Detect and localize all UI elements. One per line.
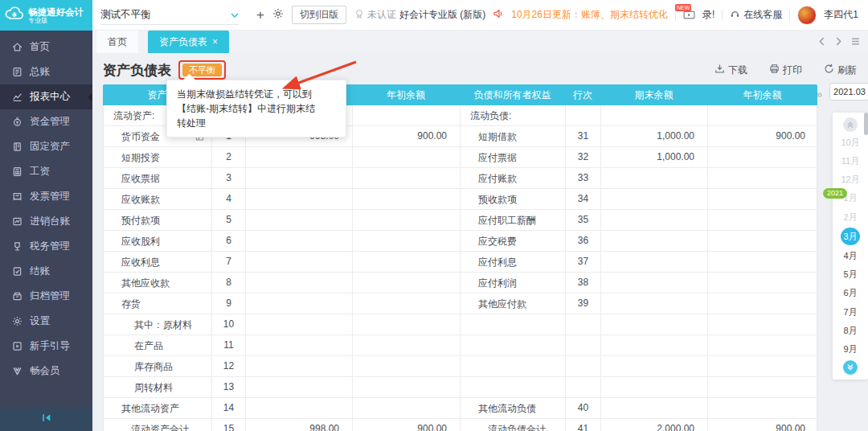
account-settings-button[interactable] [269, 6, 287, 24]
tab-scroll-left-icon[interactable] [817, 35, 826, 49]
sidebar-item-label: 结账 [30, 265, 50, 278]
asset-ending-balance [246, 356, 353, 376]
column-header: 行次 [565, 84, 600, 105]
tab-label: 资产负债表 [159, 35, 207, 49]
online-support-button[interactable]: 在线客服 [730, 8, 782, 22]
month-item-3月[interactable]: 3月 [841, 228, 860, 245]
sidebar-item-invoice-management[interactable]: 发票管理 [0, 184, 92, 209]
liability-ending-balance [601, 377, 708, 397]
tab-home[interactable]: 首页 [96, 31, 138, 53]
avatar[interactable] [797, 6, 817, 25]
certification-status[interactable]: 未认证 好会计专业版 (新版) [354, 8, 485, 22]
switch-old-version-button[interactable]: 切到旧版 [292, 6, 346, 24]
sidebar-item-cash-management[interactable]: 资金管理 [0, 109, 92, 134]
asset-beginning-balance: 900.00 [353, 419, 461, 431]
liability-ending-balance [601, 335, 708, 355]
collapse-sidebar-icon[interactable] [40, 412, 52, 427]
refresh-button[interactable]: 刷新 [824, 64, 857, 77]
month-item-10月[interactable]: 10月 [840, 134, 861, 150]
liability-beginning-balance: 900.00 [708, 419, 818, 431]
months-scroll-down-icon[interactable] [843, 360, 858, 375]
asset-beginning-balance [353, 147, 461, 167]
period-input[interactable]: 2021.03 [829, 83, 868, 101]
liability-item-name [461, 356, 566, 376]
month-item-2月[interactable]: 2月 [840, 209, 861, 225]
print-button[interactable]: 打印 [769, 64, 802, 77]
asset-ending-balance [246, 273, 353, 293]
table-row: 库存商品12 [104, 356, 817, 377]
close-icon[interactable]: × [212, 37, 218, 47]
sidebar-footer [0, 407, 92, 431]
sidebar-item-label: 发票管理 [30, 190, 70, 203]
months-scroll-up-icon[interactable] [843, 117, 858, 132]
sidebar-item-closing[interactable]: 结账 [0, 259, 92, 284]
asset-beginning-balance [353, 335, 461, 355]
plus-icon: + [256, 8, 264, 22]
sidebar-item-home[interactable]: 首页 [0, 35, 92, 60]
liability-item-name: 其他应付款 [461, 293, 566, 314]
announcement-text[interactable]: 10月26日更新：账簿、期末结转优化 [511, 8, 668, 22]
sidebar-item-purchase-sales[interactable]: 进销台账 [0, 209, 92, 234]
sidebar-item-membership[interactable]: 畅会员 [0, 359, 92, 384]
purchase-icon [12, 216, 23, 227]
month-item-7月[interactable]: 7月 [840, 304, 861, 320]
page-scrollbar-thumb[interactable] [864, 113, 868, 135]
sidebar-item-tax-management[interactable]: 税务管理 [0, 234, 92, 259]
liability-line-no: 39 [566, 293, 601, 314]
sidebar-item-settings[interactable]: 设置 [0, 309, 92, 334]
month-item-4月[interactable]: 4月 [840, 248, 861, 265]
month-item-9月[interactable]: 9月 [840, 342, 861, 358]
tab-menu-icon[interactable] [851, 35, 860, 49]
asset-ending-balance [246, 168, 353, 188]
username[interactable]: 李四代1 [824, 8, 858, 22]
product-name: 好会计专业版 (新版) [399, 8, 485, 22]
sidebar-item-salary[interactable]: 工资 [0, 159, 92, 184]
header-more-icon[interactable]: » [816, 86, 822, 102]
video-label[interactable]: 录! [702, 8, 714, 22]
liability-beginning-balance [708, 377, 818, 397]
liability-beginning-balance [708, 293, 818, 314]
table-row: 其他应收款8应付利润38 [104, 273, 817, 293]
liability-line-no [566, 356, 601, 376]
liability-line-no [566, 105, 601, 125]
tab-scroll-right-icon[interactable] [834, 35, 843, 49]
month-item-12月[interactable]: 12月 [840, 172, 861, 188]
action-label: 刷新 [837, 64, 857, 77]
sidebar-item-general-ledger[interactable]: 总账 [0, 60, 92, 84]
home-icon [12, 42, 23, 52]
sidebar-item-beginner-guide[interactable]: 新手引导 [0, 334, 92, 359]
liability-beginning-balance [708, 189, 818, 209]
asset-beginning-balance [353, 168, 461, 188]
asset-item-name: 在产品 [104, 335, 212, 355]
liability-ending-balance: 2,000.00 [601, 419, 708, 431]
liability-item-name: 应交税费 [461, 231, 566, 251]
sidebar-item-fixed-assets[interactable]: 固定资产 [0, 134, 92, 159]
month-item-11月[interactable]: 11月 [840, 153, 861, 169]
asset-beginning-balance [353, 273, 461, 293]
month-item-5月[interactable]: 5月 [840, 267, 861, 283]
table-row: 其他流动资产14其他流动负债40 [104, 398, 817, 419]
asset-beginning-balance: 900.00 [353, 126, 461, 146]
account-set-selector[interactable]: 测试不平衡 [100, 5, 239, 25]
asset-beginning-balance [353, 398, 461, 418]
asset-line-no: 8 [212, 273, 246, 293]
asset-ending-balance [246, 377, 353, 397]
add-account-set-button[interactable]: + [252, 6, 269, 24]
download-button[interactable]: 下载 [714, 64, 747, 77]
tab-balance-sheet[interactable]: 资产负债表× [148, 31, 229, 53]
month-item-8月[interactable]: 8月 [840, 322, 861, 339]
brand-name: 畅捷通好会计 [28, 7, 84, 17]
asset-beginning-balance [353, 210, 461, 230]
month-item-6月[interactable]: 6月 [840, 285, 861, 302]
sidebar-item-label: 工资 [30, 165, 50, 179]
asset-item-name: 应收账款 [104, 189, 212, 209]
liability-ending-balance [601, 273, 708, 293]
liability-ending-balance [601, 293, 708, 314]
sidebar-item-archive[interactable]: 归档管理 [0, 284, 92, 309]
sidebar-item-report-center[interactable]: 报表中心 [0, 84, 92, 109]
asset-line-no: 6 [212, 231, 246, 251]
certification-badge-icon [354, 9, 364, 21]
liability-item-name: 应付票据 [461, 147, 566, 167]
tutorial-video-button[interactable]: NEW [683, 9, 695, 22]
table-row: 周转材料13 [104, 377, 817, 398]
